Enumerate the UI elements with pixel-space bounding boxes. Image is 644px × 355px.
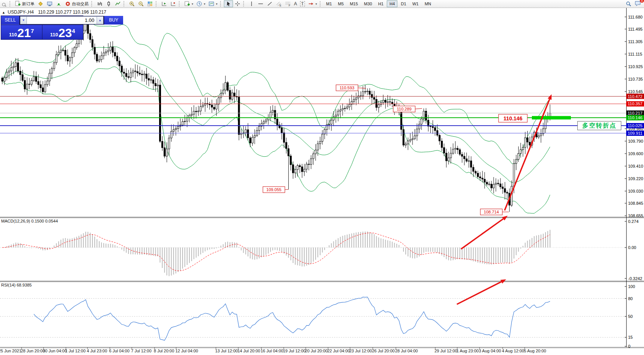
trend-arrow[interactable] — [461, 216, 508, 249]
zoom-out-button[interactable] — [136, 0, 145, 7]
volume-increase-button[interactable]: ▲ — [97, 16, 103, 24]
chart-canvas[interactable]: 111.680111.495111.305111.115110.925110.7… — [0, 0, 644, 355]
partial-magnifier-icon[interactable] — [0, 0, 8, 8]
timeframe-button-d1[interactable]: D1 — [398, 0, 409, 7]
zoom-in-icon — [129, 1, 135, 7]
timeframe-button-m5[interactable]: M5 — [335, 0, 346, 7]
price-tag-110.146: 110.146 — [626, 115, 644, 120]
chart-title: ▲ USDJPY-,H4 110.229 110.277 110.196 110… — [2, 9, 106, 15]
new-order-button[interactable]: 新订单 — [13, 0, 36, 7]
axis-label: 111.305 — [628, 39, 642, 44]
line-chart-icon — [115, 1, 121, 7]
auto-scroll-button[interactable] — [169, 0, 178, 7]
data-window-icon — [47, 1, 53, 7]
data-window-button[interactable] — [45, 0, 54, 7]
svg-text:110.146: 110.146 — [503, 115, 522, 121]
pivot-note-box[interactable]: 多空转折点 — [577, 121, 621, 130]
search-icon — [626, 1, 631, 7]
sell-button[interactable]: SELL — [1, 16, 19, 25]
callout-110.289[interactable]: 110.289 — [393, 106, 422, 112]
svg-text:110.146: 110.146 — [628, 115, 642, 120]
shapes-button[interactable]: ▾ — [306, 0, 319, 7]
channel-tool-button[interactable]: E — [274, 0, 283, 7]
tile-windows-button[interactable] — [145, 0, 155, 7]
svg-text:F: F — [289, 4, 290, 7]
time-label: 5 Aug 20:00 — [524, 349, 546, 353]
autotrading-icon — [65, 1, 71, 7]
toolbar-grip[interactable] — [220, 1, 223, 6]
timeframe-button-m15[interactable]: M15 — [347, 0, 360, 7]
text-tool-button[interactable]: A — [292, 0, 299, 7]
toolbar-grip[interactable] — [156, 1, 158, 6]
auto-scroll-icon — [170, 1, 176, 7]
support-zone-bar[interactable] — [532, 116, 571, 120]
volume-input[interactable] — [27, 16, 97, 24]
cursor-tool-button[interactable] — [224, 0, 233, 7]
svg-text:110.025: 110.025 — [628, 123, 642, 128]
toolbar-grip[interactable] — [179, 1, 181, 6]
rsi-label: RSI(14) 68.9385 — [1, 283, 32, 287]
toolbar-grip[interactable] — [243, 1, 246, 6]
chart-shift-button[interactable] — [159, 0, 169, 7]
buy-button[interactable]: BUY — [104, 16, 123, 25]
trendline-icon — [267, 1, 273, 7]
collapse-triangle-icon[interactable]: ▲ — [2, 11, 5, 14]
zoom-in-button[interactable] — [127, 0, 136, 7]
timeframe-button-mn[interactable]: MN — [422, 0, 434, 7]
new-order-icon — [15, 1, 21, 7]
axis-label: 0.00 — [628, 245, 636, 250]
new-order-label: 新订单 — [22, 1, 34, 7]
time-label: 3 Aug 04:00 — [479, 349, 501, 353]
chart-symbol-period: USDJPY-,H4 — [8, 9, 34, 15]
timeframe-button-h1[interactable]: H1 — [375, 0, 386, 7]
timeframe-button-m30[interactable]: M30 — [361, 0, 375, 7]
chart-shift-icon — [161, 1, 167, 7]
indicators-button[interactable]: ▾ — [183, 0, 195, 7]
toolbar-grip[interactable] — [91, 1, 94, 6]
search-button[interactable] — [624, 0, 633, 7]
trend-arrow[interactable] — [457, 279, 506, 304]
timeframe-button-m1[interactable]: M1 — [324, 0, 335, 7]
callout-110.146[interactable]: 110.146 — [499, 114, 527, 122]
periods-button[interactable]: ▾ — [195, 0, 207, 7]
label-tool-button[interactable]: T — [299, 0, 306, 7]
toolbar-grip[interactable] — [123, 1, 126, 6]
buy-price[interactable]: 110 23 4 — [42, 25, 83, 39]
horizontal-line-tool-button[interactable] — [256, 0, 265, 7]
toolbar-grip[interactable] — [320, 1, 322, 6]
bar-chart-button[interactable] — [95, 0, 104, 7]
sell-price-figure: 110 — [9, 32, 17, 37]
time-label: 25 Jun 2021 — [0, 349, 22, 353]
svg-text:109.911: 109.911 — [628, 131, 642, 135]
time-label: 4 Jul 23:00 — [87, 349, 107, 353]
axis-label: 108.845 — [628, 201, 643, 206]
vertical-line-tool-button[interactable] — [247, 0, 256, 7]
timeframe-button-w1[interactable]: W1 — [410, 0, 421, 7]
crosshair-tool-button[interactable] — [233, 0, 242, 7]
trendline-tool-button[interactable] — [265, 0, 274, 7]
styler-button[interactable] — [36, 0, 45, 7]
autotrading-button[interactable]: 自动交易 — [63, 0, 90, 7]
candlestick-chart-button[interactable] — [104, 0, 113, 7]
time-label: 6 Jul 04:00 — [109, 349, 130, 353]
candles[interactable] — [2, 19, 551, 212]
time-label: 1 Aug 23:00 — [456, 349, 479, 353]
fibonacci-tool-button[interactable]: F — [283, 0, 292, 7]
templates-button[interactable]: ▾ — [207, 0, 219, 7]
label-tool-label: T — [300, 1, 305, 6]
trend-arrow[interactable] — [505, 94, 552, 210]
toolbar-grip[interactable] — [9, 1, 12, 6]
timeframe-button-h4[interactable]: H4 — [387, 0, 397, 7]
volume-decrease-button[interactable]: ▼ — [20, 16, 27, 24]
time-label: 29 Jul 12:00 — [435, 349, 457, 353]
time-label: 12 Jul 04:00 — [175, 349, 198, 353]
time-label: 14 Jul 20:00 — [238, 349, 260, 353]
callout-109.055[interactable]: 109.055 — [263, 187, 288, 193]
autotrading-label: 自动交易 — [72, 1, 89, 7]
signals-button[interactable] — [54, 0, 63, 7]
bar-chart-icon — [97, 1, 103, 7]
time-axis[interactable]: 25 Jun 202128 Jun 20:0030 Jun 04:001 Jul… — [0, 348, 644, 355]
vertical-line-icon — [249, 1, 255, 7]
line-chart-button[interactable] — [113, 0, 122, 7]
sell-price[interactable]: 110 21 7 — [1, 25, 42, 39]
